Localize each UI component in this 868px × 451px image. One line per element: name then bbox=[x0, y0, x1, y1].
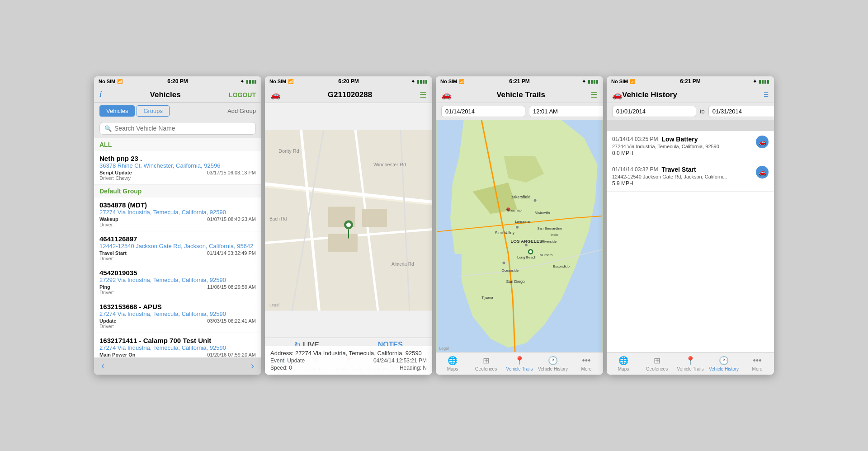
status-bar-1: No SIM 📶 6:20 PM ✦ ▮▮▮▮ bbox=[94, 76, 261, 86]
time-3: 6:21 PM bbox=[509, 78, 529, 85]
geofences-label-4: Geofences bbox=[646, 366, 668, 371]
map-heading: Heading: N bbox=[400, 365, 427, 371]
car-icon-2: 🚗 bbox=[270, 90, 280, 100]
logout-button[interactable]: LOGOUT bbox=[229, 91, 256, 99]
list-icon-3[interactable]: ☰ bbox=[590, 90, 598, 100]
trails-map[interactable]: Bakersfield Tehachapi Lancaster Simi Val… bbox=[436, 120, 603, 352]
car-icon-3: 🚗 bbox=[441, 90, 451, 100]
history-to-label: to bbox=[700, 108, 705, 115]
svg-text:Tijuana: Tijuana bbox=[481, 296, 493, 300]
svg-point-26 bbox=[525, 244, 528, 246]
history-start-date[interactable] bbox=[612, 106, 696, 117]
vehicle-meta: Travel Start 01/14/14 03:32:49 PM bbox=[99, 250, 256, 256]
history-datetime-1: 01/14/14 03:25 PM bbox=[612, 136, 658, 142]
wifi-icon-2: 📶 bbox=[288, 79, 293, 84]
svg-point-25 bbox=[516, 226, 519, 229]
vehicle-date: 01/14/14 03:32:49 PM bbox=[207, 250, 256, 256]
nav-history-3[interactable]: 🕐 Vehicle History bbox=[536, 356, 570, 371]
vehicles-tab[interactable]: Vehicles bbox=[99, 105, 135, 117]
status-bar-2: No SIM 📶 6:20 PM ✦ ▮▮▮▮ bbox=[265, 76, 432, 86]
list-item[interactable]: Neth pnp 23 . 36378 Rhine Ct, Winchester… bbox=[94, 151, 261, 185]
trails-label-3: Vehicle Trails bbox=[506, 366, 533, 371]
nav-trails-3[interactable]: 📍 Vehicle Trails bbox=[503, 356, 536, 371]
groups-tab[interactable]: Groups bbox=[137, 105, 170, 117]
maps-icon-4: 🌐 bbox=[618, 356, 628, 366]
vehicle-address: 27274 Via Industria, Temecula, Californi… bbox=[99, 310, 256, 317]
screen-vehicles: No SIM 📶 6:20 PM ✦ ▮▮▮▮ i Vehicles LOGOU… bbox=[94, 76, 261, 375]
trails-time-input[interactable] bbox=[529, 106, 603, 117]
status-right-3: ✦ ▮▮▮▮ bbox=[582, 79, 599, 85]
list-icon-2[interactable]: ☰ bbox=[420, 90, 427, 100]
vehicle-event: Ping bbox=[99, 284, 110, 290]
list-item[interactable]: 4641126897 12442-12540 Jackson Gate Rd, … bbox=[94, 231, 261, 265]
status-right-4: ✦ ▮▮▮▮ bbox=[753, 79, 769, 85]
trails-icon-4: 📍 bbox=[685, 356, 695, 366]
bluetooth-icon-1: ✦ bbox=[240, 79, 244, 85]
search-input-wrap: 🔍 bbox=[99, 122, 256, 135]
nav-trails-4[interactable]: 📍 Vehicle Trails bbox=[674, 356, 707, 371]
map-info-bar: Address: 27274 Via Industria, Temecula, … bbox=[265, 346, 432, 375]
map-speed: Speed: 0 bbox=[270, 365, 292, 371]
trails-icon-3: 📍 bbox=[514, 356, 524, 366]
battery-icon-1: ▮▮▮▮ bbox=[246, 79, 257, 84]
svg-point-28 bbox=[534, 199, 537, 202]
vehicle-event: Script Update bbox=[99, 170, 132, 175]
status-bar-3: No SIM 📶 6:21 PM ✦ ▮▮▮▮ bbox=[436, 76, 603, 86]
vehicle-address: 27274 Via Industria, Temecula, Californi… bbox=[99, 344, 256, 351]
history-event-1: Low Battery bbox=[661, 136, 698, 143]
nav-geofences-4[interactable]: ⊞ Geofences bbox=[640, 356, 674, 371]
history-icon-3: 🕐 bbox=[548, 356, 558, 366]
search-input[interactable] bbox=[114, 125, 251, 132]
list-item[interactable]: 1632171411 - Calamp 700 Test Unit 27274 … bbox=[94, 333, 261, 357]
vehicle-meta: Wakeup 01/07/15 08:43:23 AM bbox=[99, 216, 256, 222]
search-icon: 🔍 bbox=[104, 125, 112, 132]
svg-text:Indio: Indio bbox=[551, 233, 559, 237]
nav-geofences-3[interactable]: ⊞ Geofences bbox=[469, 356, 503, 371]
status-right-2: ✦ ▮▮▮▮ bbox=[411, 79, 428, 85]
history-speed-2: 5.9 MPH bbox=[612, 180, 752, 187]
svg-text:Almeria Rd: Almeria Rd bbox=[392, 262, 414, 267]
info-icon[interactable]: i bbox=[99, 90, 102, 99]
prev-arrow[interactable]: ‹ bbox=[101, 360, 104, 372]
vehicle-date: 11/06/15 08:29:59 AM bbox=[207, 284, 256, 290]
wifi-icon-3: 📶 bbox=[459, 79, 464, 84]
status-left-4: No SIM 📶 bbox=[611, 79, 635, 84]
geofences-label-3: Geofences bbox=[475, 366, 497, 371]
list-item[interactable]: 01/14/14 03:32 PM Travel Start 12442-125… bbox=[607, 161, 774, 192]
screen-map: No SIM 📶 6:20 PM ✦ ▮▮▮▮ 🚗 G211020288 ☰ bbox=[265, 76, 432, 375]
vehicle-id: G211020288 bbox=[328, 90, 372, 99]
add-group-button[interactable]: Add Group bbox=[227, 108, 256, 114]
bluetooth-icon-4: ✦ bbox=[753, 79, 757, 85]
list-nav-row: ‹ › bbox=[94, 357, 261, 375]
more-label-3: More bbox=[581, 366, 592, 371]
map-info-row-1: Event: Update 04/24/14 12:53:21 PM bbox=[270, 357, 427, 364]
wifi-icon-4: 📶 bbox=[630, 79, 635, 84]
vehicle-date: 01/20/16 07:59:20 AM bbox=[207, 352, 256, 357]
battery-icon-2: ▮▮▮▮ bbox=[417, 79, 428, 84]
history-item-content-1: 01/14/14 03:25 PM Low Battery 27244 Via … bbox=[612, 136, 752, 156]
history-end-date[interactable] bbox=[708, 106, 774, 117]
next-arrow[interactable]: › bbox=[251, 360, 254, 372]
search-bar: 🔍 bbox=[94, 119, 261, 138]
svg-text:Dority Rd: Dority Rd bbox=[278, 148, 299, 154]
list-item[interactable]: 4542019035 27292 Via Industria, Temecula… bbox=[94, 265, 261, 299]
svg-point-45 bbox=[529, 250, 532, 253]
list-item[interactable]: 0354878 (MDT) 27274 Via Industria, Temec… bbox=[94, 197, 261, 231]
history-list-icon[interactable]: ☰ bbox=[764, 92, 769, 98]
history-event-row-2: 01/14/14 03:32 PM Travel Start bbox=[612, 166, 752, 173]
history-speed-1: 0.0 MPH bbox=[612, 150, 752, 156]
list-item[interactable]: 01/14/14 03:25 PM Low Battery 27244 Via … bbox=[607, 131, 774, 161]
nav-more-3[interactable]: ••• More bbox=[570, 356, 603, 371]
bluetooth-icon-2: ✦ bbox=[411, 79, 415, 85]
map-container[interactable]: Dority Rd Winchester Rd Bach Rd Almeria … bbox=[265, 103, 432, 338]
nav-history-4[interactable]: 🕐 Vehicle History bbox=[707, 356, 741, 371]
nav-maps-4[interactable]: 🌐 Maps bbox=[607, 356, 640, 371]
all-section-header: ALL bbox=[94, 138, 261, 151]
nav-maps-3[interactable]: 🌐 Maps bbox=[436, 356, 469, 371]
screen1-header: i Vehicles LOGOUT bbox=[94, 86, 261, 103]
maps-label-3: Maps bbox=[447, 366, 458, 371]
bluetooth-icon-3: ✦ bbox=[582, 79, 586, 85]
list-item[interactable]: 1632153668 - APUS 27274 Via Industria, T… bbox=[94, 299, 261, 333]
nav-more-4[interactable]: ••• More bbox=[741, 356, 774, 371]
trails-date-input[interactable] bbox=[441, 106, 525, 117]
